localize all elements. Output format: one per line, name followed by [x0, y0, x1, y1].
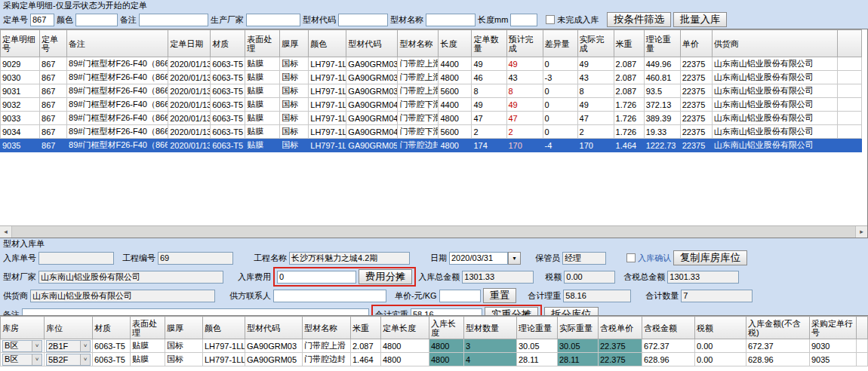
order-table-row[interactable]: 9034 867 89#门框型材F26-F40（866*867） 2020/01… — [1, 125, 862, 139]
date-picker[interactable]: 2020/03/31 ▾ — [449, 252, 521, 265]
cell-supplier[interactable]: 山东南山铝业股份有限公司 — [712, 98, 837, 112]
actual-total-field[interactable]: 58.16 — [411, 308, 482, 316]
col-expected[interactable]: 预计完成 — [506, 30, 543, 57]
warehouse-combobox[interactable]: B区 ˅ — [2, 354, 42, 366]
cell-order-qty[interactable]: 47 — [472, 112, 506, 125]
cell-order-date[interactable]: 2020/01/13 — [168, 84, 211, 98]
cell-price-with-tax[interactable]: 22.375 — [599, 339, 642, 353]
cell-diff[interactable]: 0 — [543, 112, 577, 125]
cell-length[interactable]: 4400 — [439, 98, 472, 112]
cell-profile-code[interactable]: GA90GRM03 — [346, 71, 398, 84]
cell-meter-weight[interactable]: 1.464 — [614, 139, 644, 152]
cell-surface[interactable]: 贴膜 — [245, 98, 280, 112]
cell-material[interactable]: 6063-T5 — [211, 139, 245, 152]
cell-profile-code[interactable]: GA90GRM05 — [346, 139, 398, 152]
cell-order-qty[interactable]: 46 — [472, 71, 506, 84]
cell-actual-weight[interactable]: 30.05 — [558, 339, 599, 353]
qty-total-field[interactable]: 7 — [681, 290, 753, 302]
col-material[interactable]: 材质 — [211, 30, 245, 57]
order-table-row[interactable]: 9029 867 89#门框型材F26-F40（866*867） 2020/01… — [1, 57, 862, 71]
cell-profile-name[interactable]: 门带腔下滑 — [398, 112, 439, 125]
cell-note[interactable]: 89#门框型材F26-F40（866*867） — [67, 84, 168, 98]
col-purchase-line-no[interactable]: 采购定单行号 — [810, 317, 857, 339]
cell-diff[interactable]: 0 — [543, 125, 577, 139]
cell-warehouse[interactable]: B区 ˅ — [1, 339, 45, 353]
col-surface[interactable]: 表面处理 — [245, 30, 280, 57]
cell-unit-price[interactable]: 22375 — [680, 57, 712, 71]
col-inbound-length[interactable]: 入库长度 — [429, 317, 464, 339]
cell-diff[interactable]: 0 — [543, 57, 577, 71]
cell-profile-name2[interactable]: 门带腔边封 — [303, 353, 351, 366]
cell-order-no[interactable]: 867 — [40, 84, 67, 98]
cell-expected[interactable]: 47 — [506, 112, 543, 125]
cell-detail-no[interactable]: 9031 — [1, 84, 40, 98]
cell-unit-price[interactable]: 22375 — [680, 84, 712, 98]
cell-note[interactable]: 89#门框型材F26-F40（866*867） — [67, 125, 168, 139]
cell-note[interactable]: 89#门框型材F26-F40（866*867） — [67, 98, 168, 112]
inbound-table-row[interactable]: B区 ˅ 5B2F ˅ 6063-T5 贴膜 国标 LH797-1LL0 — [1, 353, 868, 366]
col-theory-weight2[interactable]: 理论重量 — [517, 317, 558, 339]
cell-theory-weight[interactable]: 1222.73 — [644, 139, 680, 152]
cell-order-date[interactable]: 2020/01/13 — [168, 139, 211, 152]
order-table-row[interactable]: 9030 867 89#门框型材F26-F40（866*867） 2020/01… — [1, 71, 862, 84]
cell-film2[interactable]: 国标 — [165, 353, 203, 366]
cell-order-length[interactable]: 4800 — [381, 339, 429, 353]
cell-unit-price[interactable]: 22375 — [680, 98, 712, 112]
cell-meter-weight[interactable]: 2.087 — [614, 84, 644, 98]
cell-unit-price[interactable]: 22375 — [680, 139, 712, 152]
unfinished-checkbox[interactable] — [546, 15, 555, 24]
order-table-row[interactable]: 9031 867 89#门框型材F26-F40（866*867） 2020/01… — [1, 84, 862, 98]
order-table-row[interactable]: 9035 867 89#门框型材F26-F40（866*867） 2020/01… — [1, 139, 862, 152]
factory-field[interactable]: 山东南山铝业股份有限公司 — [38, 271, 223, 284]
col-meter-weight[interactable]: 米重 — [614, 30, 644, 57]
cell-order-qty[interactable]: 8 — [472, 84, 506, 98]
cell-surface[interactable]: 贴膜 — [245, 57, 280, 71]
cell-expected[interactable]: 49 — [506, 57, 543, 71]
supplier-field[interactable]: 山东南山铝业股份有限公司 — [30, 290, 215, 302]
col-color[interactable]: 颜色 — [309, 30, 346, 57]
location-combobox[interactable]: 2B1F ˅ — [46, 340, 91, 352]
cell-film[interactable]: 国标 — [280, 71, 309, 84]
cell-profile-code2[interactable]: GA90GRM05 — [245, 353, 303, 366]
cell-expected[interactable]: 49 — [506, 98, 543, 112]
cell-profile-code[interactable]: GA90GRM04 — [346, 125, 398, 139]
cell-supplier[interactable]: 山东南山铝业股份有限公司 — [712, 84, 837, 98]
cell-actual[interactable]: 49 — [577, 57, 614, 71]
cell-surface2[interactable]: 贴膜 — [131, 353, 165, 366]
reset-button[interactable]: 重置 — [483, 288, 517, 303]
col-amount-with-tax[interactable]: 含税金额 — [642, 317, 695, 339]
col-note[interactable]: 备注 — [67, 30, 168, 57]
cell-profile-name[interactable]: 门带腔下滑 — [398, 125, 439, 139]
col-film[interactable]: 膜厚 — [280, 30, 309, 57]
actual-weight-share-button[interactable]: 实重分摊 — [485, 307, 538, 315]
col-price-with-tax[interactable]: 含税单价 — [599, 317, 642, 339]
col-order-date[interactable]: 定单日期 — [168, 30, 211, 57]
cell-meter-weight[interactable]: 2.087 — [614, 71, 644, 84]
inbound-no-field[interactable] — [38, 252, 114, 265]
cell-order-no[interactable]: 867 — [40, 57, 67, 71]
cell-material[interactable]: 6063-T5 — [211, 84, 245, 98]
cell-color[interactable]: LH797-1LL0 — [309, 71, 346, 84]
cell-detail-no[interactable]: 9030 — [1, 71, 40, 84]
cell-material[interactable]: 6063-T5 — [211, 125, 245, 139]
cell-supplier[interactable]: 山东南山铝业股份有限公司 — [712, 112, 837, 125]
cell-diff[interactable]: -4 — [543, 139, 577, 152]
cell-color[interactable]: LH797-1LL0 — [309, 125, 346, 139]
cell-length[interactable]: 4400 — [439, 57, 472, 71]
col-theory-weight[interactable]: 理论重量 — [644, 30, 680, 57]
cell-detail-no[interactable]: 9034 — [1, 125, 40, 139]
cell-surface[interactable]: 贴膜 — [245, 112, 280, 125]
scroll-right-icon[interactable]: ▸ — [855, 226, 867, 238]
cell-order-length[interactable]: 4800 — [381, 353, 429, 366]
unit-price-field[interactable] — [439, 290, 481, 302]
copy-warehouse-location-button[interactable]: 复制库房库位 — [673, 250, 747, 265]
cell-film[interactable]: 国标 — [280, 125, 309, 139]
cell-meter-weight[interactable]: 1.726 — [614, 98, 644, 112]
cell-location[interactable]: 2B1F ˅ — [45, 339, 93, 353]
keeper-field[interactable]: 经理 — [562, 252, 606, 265]
cell-profile-name[interactable]: 门带腔上滑 — [398, 84, 439, 98]
col-meter-weight2[interactable]: 米重 — [351, 317, 381, 339]
cell-profile-name[interactable]: 门带腔上滑 — [398, 57, 439, 71]
cell-note[interactable]: 89#门框型材F26-F40（866*867） — [67, 139, 168, 152]
cell-color2[interactable]: LH797-1LL0 — [203, 339, 245, 353]
